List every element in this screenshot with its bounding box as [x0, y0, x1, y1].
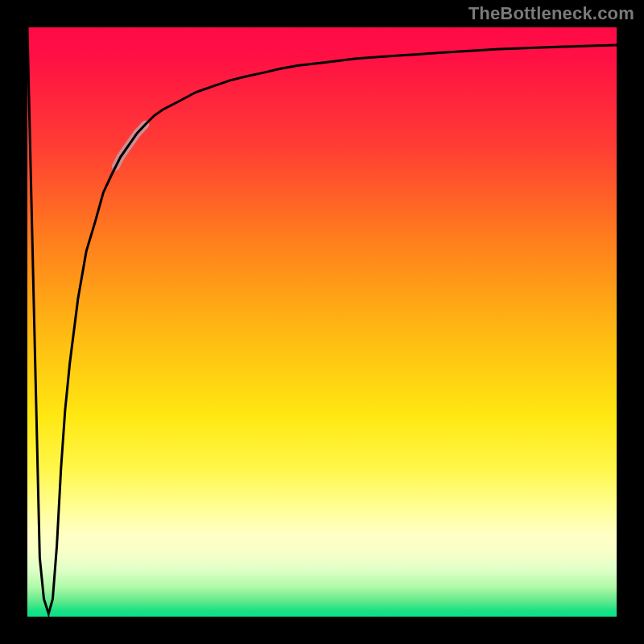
chart-frame: TheBottleneck.com: [0, 0, 644, 644]
bottleneck-curve: [27, 27, 617, 613]
watermark-text: TheBottleneck.com: [469, 3, 634, 24]
curve-layer: [27, 27, 617, 617]
plot-area: [27, 27, 617, 617]
